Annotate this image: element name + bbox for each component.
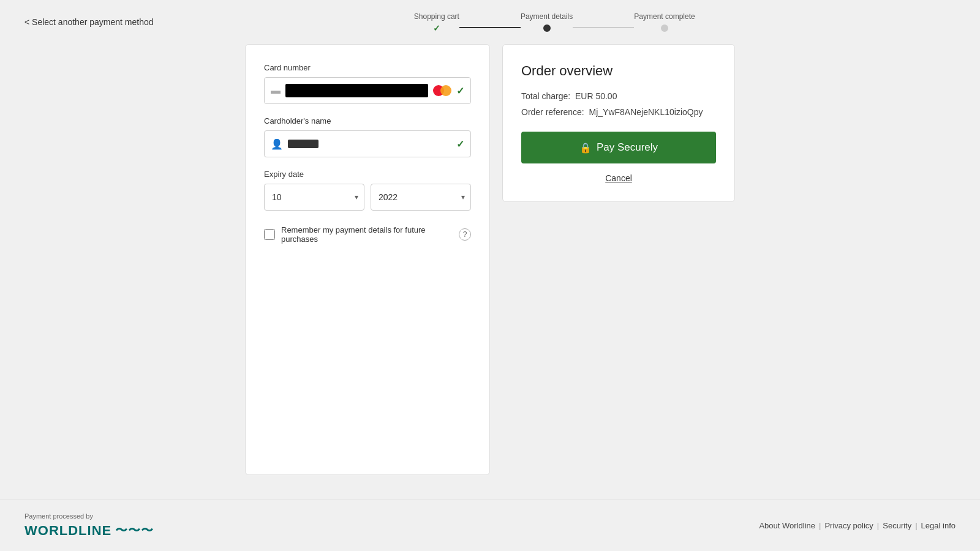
order-total: Total charge: EUR 50.00 [521,91,716,101]
order-reference: Order reference: Mj_YwF8ANejeNKL10izioQp… [521,107,716,117]
cardholder-name-input-wrapper[interactable]: 👤 ✓ [264,130,471,157]
footer-link-privacy[interactable]: Privacy policy [824,521,873,530]
order-panel: Order overview Total charge: EUR 50.00 O… [502,44,735,202]
worldline-text: WORLDLINE [24,523,111,539]
footer-brand-label: Payment processed by [24,512,154,520]
card-number-label: Card number [264,63,471,72]
step-payment-details: Payment details [521,12,573,32]
footer-sep-1: | [819,521,821,530]
step-payment-complete-indicator [661,24,668,32]
connector-1 [459,27,521,28]
expiry-year-select[interactable]: 2020 2021 2022 2023 2024 2025 2026 [371,184,471,211]
step-payment-details-indicator [543,24,551,32]
cancel-link[interactable]: Cancel [521,173,716,183]
back-link[interactable]: < Select another payment method [24,17,154,27]
checkmark-icon: ✓ [433,23,440,33]
step-shopping-cart-label: Shopping cart [414,12,459,21]
cardholder-name-masked [288,140,318,148]
expiry-date-label: Expiry date [264,170,471,179]
card-number-input-wrapper[interactable]: ▬ ✓ [264,77,471,104]
cardholder-name-field-group: Cardholder's name 👤 ✓ [264,116,471,157]
step-payment-complete-label: Payment complete [634,12,695,21]
card-brand-icons [433,85,451,96]
footer-link-about[interactable]: About Worldline [759,521,815,530]
remember-checkbox[interactable] [264,229,275,240]
card-form-panel: Card number ▬ ✓ Cardholder's name 👤 ✓ [245,44,490,475]
pay-securely-button[interactable]: 🔒 Pay Securely [521,132,716,163]
remember-label: Remember my payment details for future p… [281,225,453,244]
footer-sep-3: | [915,521,917,530]
footer-sep-2: | [877,521,879,530]
lock-icon: 🔒 [579,142,592,154]
footer-brand: Payment processed by WORLDLINE 〜〜〜 [24,512,154,539]
expiry-month-wrapper: 01 02 03 04 05 06 07 08 09 10 11 12 ▾ [264,184,364,211]
order-reference-label: Order reference: [521,107,584,117]
card-number-check-icon: ✓ [456,85,464,97]
card-number-field-group: Card number ▬ ✓ [264,63,471,104]
mastercard-orange-circle [440,85,451,96]
cardholder-name-label: Cardholder's name [264,116,471,126]
footer-link-security[interactable]: Security [883,521,911,530]
worldline-wave-icon: 〜〜〜 [115,522,154,539]
order-reference-value: Mj_YwF8ANejeNKL10izioQpy [589,107,703,117]
remember-row: Remember my payment details for future p… [264,225,471,244]
card-number-masked [285,84,428,97]
order-total-value: EUR 50.00 [575,91,617,101]
step-shopping-cart-indicator: ✓ [433,24,440,32]
footer: Payment processed by WORLDLINE 〜〜〜 About… [0,500,980,551]
step-payment-complete: Payment complete [634,12,695,32]
person-icon: 👤 [271,138,283,150]
expiry-date-row: 01 02 03 04 05 06 07 08 09 10 11 12 ▾ [264,184,471,211]
expiry-date-field-group: Expiry date 01 02 03 04 05 06 07 08 09 1… [264,170,471,211]
main-content: Card number ▬ ✓ Cardholder's name 👤 ✓ [0,44,980,500]
order-title: Order overview [521,63,716,79]
top-bar: < Select another payment method Shopping… [0,0,980,44]
connector-2 [573,27,634,28]
step-shopping-cart: Shopping cart ✓ [414,12,459,32]
progress-steps: Shopping cart ✓ Payment details Payment … [414,12,695,32]
footer-link-legal[interactable]: Legal info [921,521,956,530]
order-total-label: Total charge: [521,91,570,101]
expiry-year-wrapper: 2020 2021 2022 2023 2024 2025 2026 ▾ [371,184,471,211]
step-payment-details-label: Payment details [521,12,573,21]
pay-button-label: Pay Securely [597,141,658,154]
worldline-logo: WORLDLINE 〜〜〜 [24,522,154,539]
footer-links: About Worldline | Privacy policy | Secur… [759,521,956,530]
cardholder-name-check-icon: ✓ [456,138,464,150]
card-icon: ▬ [271,85,281,96]
expiry-month-select[interactable]: 01 02 03 04 05 06 07 08 09 10 11 12 [264,184,364,211]
help-icon[interactable]: ? [459,228,471,241]
